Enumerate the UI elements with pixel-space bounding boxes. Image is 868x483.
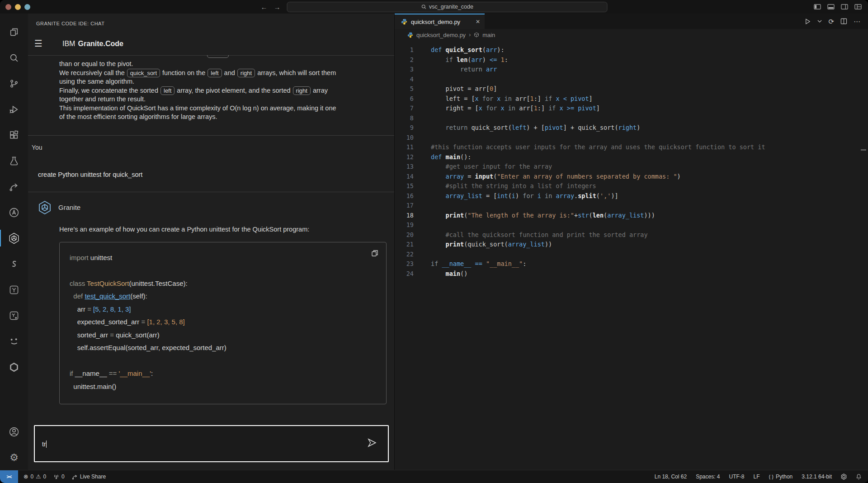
wandb-icon[interactable] — [0, 328, 28, 354]
send-message-button[interactable] — [367, 438, 377, 450]
editor-line[interactable]: 4 — [395, 75, 868, 85]
line-number[interactable]: 15 — [395, 181, 414, 191]
line-number[interactable]: 21 — [395, 240, 414, 250]
editor-line[interactable]: 5 pivot = arr[0] — [395, 84, 868, 94]
editor-line[interactable]: 13 #get user input for the array — [395, 162, 868, 172]
python-interpreter-status[interactable]: 3.12.1 64-bit — [802, 474, 832, 480]
eol-status[interactable]: LF — [754, 474, 760, 480]
indentation-status[interactable]: Spaces: 4 — [696, 474, 720, 480]
tab-close-icon[interactable]: ✕ — [476, 19, 480, 25]
line-number[interactable]: 4 — [395, 75, 414, 85]
encoding-status[interactable]: UTF-8 — [729, 474, 745, 480]
live-share-status[interactable]: Live Share — [72, 474, 106, 480]
run-dropdown-chevron-icon[interactable] — [817, 19, 822, 23]
toggle-secondary-sidebar-icon[interactable] — [841, 4, 848, 10]
line-number[interactable]: 24 — [395, 269, 414, 279]
chat-input-box[interactable]: tr — [34, 425, 389, 462]
editor-line[interactable]: 2 if len(arr) <= 1: — [395, 55, 868, 65]
editor-line[interactable]: 11#this function accepts user inputs for… — [395, 142, 868, 152]
editor-line[interactable]: 23if __name__ == "__main__": — [395, 259, 868, 269]
more-actions-icon[interactable]: ⋯ — [854, 18, 861, 25]
command-center-search[interactable]: vsc_granite_code — [287, 2, 608, 12]
line-number[interactable]: 11 — [395, 142, 414, 152]
problems-status[interactable]: ⊗0 ⚠0 — [24, 474, 46, 480]
assistant-a-icon[interactable] — [0, 199, 28, 225]
breadcrumb-file[interactable]: quicksort_demo.py — [416, 32, 466, 38]
ports-status[interactable]: 0 — [53, 474, 65, 480]
editor-line[interactable]: 22 — [395, 250, 868, 260]
boxed-extension-1-icon[interactable] — [0, 277, 28, 303]
cursor-position-status[interactable]: Ln 18, Col 62 — [655, 474, 687, 480]
source-control-icon[interactable] — [0, 71, 28, 96]
line-number[interactable]: 10 — [395, 133, 414, 143]
line-number[interactable]: 13 — [395, 162, 414, 172]
line-number[interactable]: 6 — [395, 94, 414, 104]
extensions-icon[interactable] — [0, 122, 28, 148]
accounts-icon[interactable] — [0, 419, 28, 445]
line-number[interactable]: 19 — [395, 220, 414, 230]
line-number[interactable]: 23 — [395, 259, 414, 269]
toggle-panel-icon[interactable] — [827, 4, 835, 10]
editor-line[interactable]: 10 — [395, 133, 868, 143]
editor-line[interactable]: 9 return quick_sort(left) + [pivot] + qu… — [395, 123, 868, 133]
notifications-status[interactable] — [856, 474, 862, 480]
s-extension-icon[interactable] — [0, 251, 28, 277]
line-number[interactable]: 22 — [395, 250, 414, 260]
editor-line[interactable]: 7 right = [x for x in arr[1:] if x >= pi… — [395, 104, 868, 114]
toggle-primary-sidebar-icon[interactable] — [814, 4, 821, 10]
line-number[interactable]: 16 — [395, 191, 414, 201]
editor-line[interactable]: 14 array = input("Enter an array of numb… — [395, 172, 868, 182]
line-number[interactable]: 17 — [395, 201, 414, 211]
editor-line[interactable]: 24 main() — [395, 269, 868, 279]
line-number[interactable]: 5 — [395, 84, 414, 94]
line-number[interactable]: 8 — [395, 114, 414, 123]
line-number[interactable]: 20 — [395, 230, 414, 240]
editor-line[interactable]: 16 array_list = [int(i) for i in array.s… — [395, 191, 868, 201]
editor-line[interactable]: 17 — [395, 201, 868, 211]
editor-line[interactable]: 20 #call the quicksort function and prin… — [395, 230, 868, 240]
hex-ring-extension-icon[interactable] — [0, 354, 28, 380]
line-number[interactable]: 9 — [395, 123, 414, 133]
live-share-icon[interactable] — [0, 174, 28, 199]
editor-line[interactable]: 12def main(): — [395, 152, 868, 162]
customize-layout-icon[interactable] — [854, 4, 862, 10]
editor-line[interactable]: 6 left = [x for x in arr[1:] if x < pivo… — [395, 94, 868, 104]
nav-back-icon[interactable]: ← — [261, 4, 268, 10]
tab-quicksort-demo[interactable]: quicksort_demo.py ✕ — [395, 14, 485, 29]
line-number[interactable]: 12 — [395, 152, 414, 162]
settings-gear-icon[interactable]: ⚙ — [0, 445, 28, 470]
editor-line[interactable]: 8 — [395, 114, 868, 123]
editor-line[interactable]: 3 return arr — [395, 65, 868, 75]
editor-line[interactable]: 21 print(quick_sort(array_list)) — [395, 240, 868, 250]
testing-icon[interactable] — [0, 148, 28, 174]
granite-status[interactable] — [841, 474, 847, 480]
remote-indicator[interactable]: >< — [0, 470, 18, 483]
run-and-debug-icon[interactable] — [0, 96, 28, 122]
restart-icon[interactable]: ⟳ — [828, 18, 834, 25]
line-number[interactable]: 7 — [395, 104, 414, 114]
close-window-button[interactable] — [5, 4, 11, 10]
editor-line[interactable]: 19 — [395, 220, 868, 230]
language-mode-status[interactable]: { }Python — [769, 474, 793, 480]
zoom-window-button[interactable] — [24, 4, 30, 10]
line-number[interactable]: 3 — [395, 65, 414, 75]
run-python-file-icon[interactable] — [804, 18, 811, 25]
line-number[interactable]: 18 — [395, 211, 414, 221]
line-number[interactable]: 2 — [395, 55, 414, 65]
line-number[interactable]: 1 — [395, 45, 414, 55]
nav-forward-icon[interactable]: → — [274, 4, 281, 10]
search-icon[interactable] — [0, 45, 28, 71]
menu-hamburger-icon[interactable]: ☰ — [34, 39, 42, 48]
granite-chat-icon[interactable] — [0, 225, 28, 251]
editor-code[interactable]: 1def quick_sort(arr):2 if len(arr) <= 1:… — [395, 41, 868, 279]
editor-line[interactable]: 18 print("The length of the array is:"+s… — [395, 211, 868, 221]
explorer-icon[interactable] — [0, 19, 28, 45]
editor-line[interactable]: 1def quick_sort(arr): — [395, 45, 868, 55]
editor-line[interactable]: 15 #split the string into a list of inte… — [395, 181, 868, 191]
split-editor-icon[interactable] — [840, 18, 847, 24]
copy-code-button[interactable] — [371, 249, 379, 262]
boxed-extension-2-icon[interactable] — [0, 303, 28, 328]
minimize-window-button[interactable] — [15, 4, 21, 10]
line-number[interactable]: 14 — [395, 172, 414, 182]
breadcrumb-symbol[interactable]: main — [482, 32, 495, 38]
